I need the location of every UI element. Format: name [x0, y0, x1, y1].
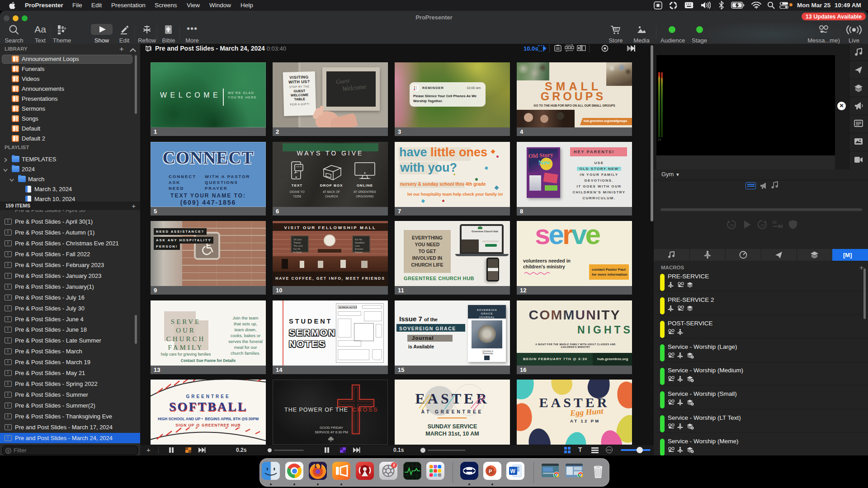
- svg-text:15: 15: [730, 223, 734, 227]
- svg-text:30: 30: [772, 220, 777, 225]
- svg-text:P: P: [489, 469, 492, 474]
- svg-text:W: W: [510, 468, 516, 474]
- svg-text:15: 15: [760, 223, 764, 227]
